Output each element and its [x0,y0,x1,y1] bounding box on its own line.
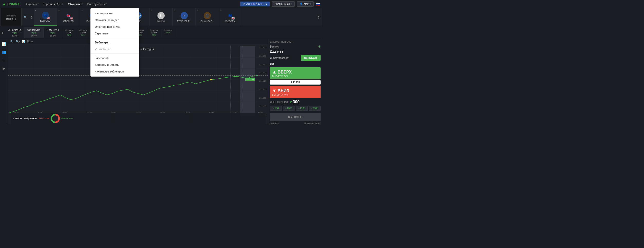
investment-currency: ₽ [290,100,292,104]
time-tick-1200[interactable]: Сегодня 12:00 76% [147,28,161,37]
asset-item-crudeoil[interactable]: ☆ ⚫ Crude Oil F... [196,8,219,26]
dropdown-item-faq[interactable]: Вопросы и Ответы [91,61,139,68]
sidebar-icon-chart[interactable]: 📊 [1,41,7,47]
time-bar: ❮ 30 секунд 74% 10:48 60 секунд 74% 10:4… [0,26,322,39]
direction-button[interactable]: Вверх / Вниз ▾ [272,1,294,7]
dropdown-item-webinar-calendar[interactable]: Календарь вебинаров [91,68,139,75]
dropdown-item-strategies[interactable]: Стратегии [91,30,139,37]
quick-add-2000[interactable]: +2000 [309,106,321,111]
top-asset-sublabel: Избран-е [6,17,16,20]
chart-type-tool[interactable]: 📊 [22,40,25,43]
logo-text-fin: Fi [7,2,10,6]
trader-choice-up-pct: 48% [69,117,73,120]
assets-prev-arrow[interactable]: ❮ [29,8,34,26]
user-account-button[interactable]: 👤 Alex ▾ [297,1,314,7]
zoom-out-tool[interactable]: 🔍- [10,40,14,43]
quick-add-1000[interactable]: +1000 [283,106,295,111]
time-option-60s[interactable]: 60 секунд 74% 10:49 [24,27,44,38]
chevron-down-icon: ▾ [82,3,83,5]
invested-label: Инвестировано: [270,57,289,59]
time-option-30s[interactable]: 30 секунд 74% 10:48 [5,27,24,38]
asset-item-ftse[interactable]: ☆ FT FTSE 100 F... [173,8,196,26]
investment-label: ИНВЕСТИЦИЯ: [270,101,289,104]
up-direction-button[interactable]: ▲ ВВЕРХ ВЫПЛАТА 74% [270,67,321,79]
buy-button[interactable]: КУПИТЬ [270,113,321,121]
asset-item-eurusd[interactable]: ★ 🇪🇺🇺🇸 EUR/USD [34,8,57,26]
trader-choice-labels: ВНИЗ 52% [39,117,49,120]
invested-row: Инвестировано: ДЕПОЗИТ [270,55,321,61]
assets-bar: Топ актив Избран-е 🔍 ❮ ★ 🇪🇺🇺🇸 EUR/USD ☆ … [0,8,322,26]
time-tick-1100[interactable]: Сегодня 11:00 76% [62,28,76,37]
search-button[interactable]: 🔍 [22,15,29,20]
main-area: 📊 👥 ↕ ▶ 🔍- 🔍+ 📊 1h 〰 🌐 EUR/USD - Сегодня [0,39,322,124]
balance-value: ₽44,611 [270,50,283,54]
chevron-down-icon: ▾ [38,3,39,5]
logo: ▲ FiNMAX [2,2,20,6]
investment-value-field[interactable]: 300 [293,100,300,104]
time-prev-arrow[interactable]: ❮ [0,26,5,39]
asset-item-litecoin[interactable]: ☆ Ł Litecoin [150,8,173,26]
logo-text-max: NMAX [10,2,19,6]
sidebar-icon-play[interactable]: ▶ [1,65,7,71]
header-right: РЕАЛЬНЫЙ СЧЕТ ▾ Вверх / Вниз ▾ 👤 Alex ▾ … [240,1,320,7]
quick-add-row: +500 +1000 +1500 +2000 [270,106,321,111]
dropdown-item-ebook[interactable]: Электронная книга [91,23,139,30]
trader-choice-title: ВЫБОР ТРЕЙДЕРОВ [13,117,37,120]
nav-menu: Опционы ▾ Торговля CFD ▾ Обучение ▾ Инст… [23,2,109,7]
time-option-2m[interactable]: 2 минуты 74% 10:50 [44,27,62,38]
chevron-down-icon: ▾ [291,3,292,5]
dropdown-item-vip-webinar[interactable]: VIP-вебинар [91,46,139,52]
down-btn-payout: ВЫПЛАТА 74% [272,94,288,96]
up-btn-payout: ВЫПЛАТА 74% [272,75,288,77]
dropdown-item-webinars[interactable]: Вебинары [91,39,139,46]
account-id: 5106896 - RUB СЧЕТ [270,41,321,43]
right-panel: 5106896 - RUB СЧЕТ Баланс: + ₽44,611 Инв… [268,39,322,124]
real-account-button[interactable]: РЕАЛЬНЫЙ СЧЕТ ▾ [240,2,270,6]
trader-choice: ВЫБОР ТРЕЙДЕРОВ ВНИЗ 52% ВВЕРХ 48% [11,113,266,124]
down-btn-label: ВНИЗ [278,89,289,93]
assets-list: ★ 🇪🇺🇺🇸 EUR/USD ☆ 🇬🇧🇺🇸 GBP/USD ☆ 🇪🇺🇦🇺 EUR… [34,8,316,26]
quick-add-1500[interactable]: +1500 [296,106,308,111]
time-options: 30 секунд 74% 10:48 60 секунд 74% 10:49 … [5,27,62,38]
education-dropdown: Как торговать Обучающие видео Электронна… [90,8,139,77]
star-icon: ☆ [220,9,222,12]
dropdown-item-how-to-trade[interactable]: Как торговать [91,10,139,17]
language-flag[interactable]: 🇷🇺 [316,2,320,6]
time-tick-1105[interactable]: Сегодня 11:05 76% [76,28,90,37]
star-icon: ☆ [81,9,83,12]
balance-row: Баланс: + [270,44,321,49]
line-tool[interactable]: 〰 [31,40,33,43]
zoom-in-tool[interactable]: 🔍+ [16,40,20,43]
star-icon: ☆ [151,9,152,12]
sidebar-icon-transfer[interactable]: ↕ [1,57,7,63]
quick-add-500[interactable]: +500 [270,106,282,111]
chevron-down-icon: ▾ [106,3,107,5]
star-icon: ★ [35,9,37,12]
nav-cfd[interactable]: Торговля CFD ▾ [41,2,66,7]
nav-instruments[interactable]: Инструменты ▾ [85,2,109,7]
top-asset: Топ актив Избран-е [1,8,22,26]
add-funds-button[interactable]: + [318,44,321,49]
nav-options[interactable]: Опционы ▾ [23,2,41,7]
down-direction-button[interactable]: ▼ ВНИЗ ВЫПЛАТА 74% [270,86,321,98]
current-price-marker: 1.11139 [245,78,255,81]
star-icon: ☆ [197,9,199,12]
dropdown-item-training-videos[interactable]: Обучающие видео [91,17,139,23]
balance-label: Баланс: [270,45,279,48]
asset-item-eurjpy[interactable]: ☆ 🇪🇺🇯🇵 EUR/JPY [219,8,242,26]
sidebar-icon-people[interactable]: 👥 [1,49,7,55]
dropdown-item-glossary[interactable]: Глоссарий [91,55,139,61]
nav-education[interactable]: Обучение ▾ [66,2,85,7]
investment-row: ИНВЕСТИЦИЯ: ₽ 300 [270,100,321,104]
star-icon: ☆ [58,9,60,12]
trader-choice-down-pct: 52% [45,117,49,120]
deposit-button[interactable]: ДЕПОЗИТ [301,55,321,61]
user-icon: 👤 [300,3,303,5]
assets-next-arrow[interactable]: ❯ [316,8,321,26]
trader-choice-up-labels: ВВЕРХ 48% [61,117,73,120]
trader-choice-up-label: ВВЕРХ [61,117,68,120]
asset-item-gbpusd[interactable]: ☆ 🇬🇧🇺🇸 GBP/USD [57,8,80,26]
time-tick-extra[interactable]: Сегодня 76% [161,28,175,37]
left-sidebar: 📊 👥 ↕ ▶ [0,39,8,124]
timeframe-tool[interactable]: 1h [26,40,29,43]
